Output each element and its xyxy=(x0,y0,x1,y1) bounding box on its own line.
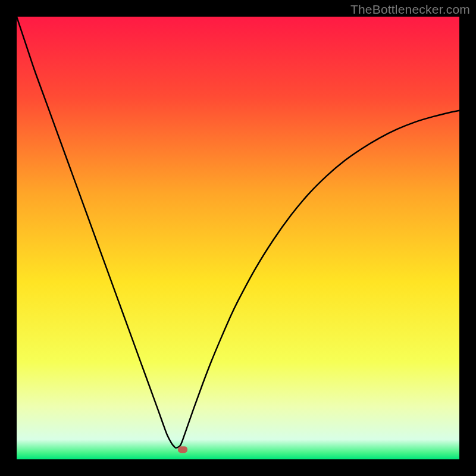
chart-svg xyxy=(17,17,459,459)
chart-frame: TheBottlenecker.com xyxy=(0,0,476,476)
watermark-text: TheBottlenecker.com xyxy=(350,2,470,17)
plot-area xyxy=(17,17,459,459)
vertex-marker xyxy=(178,446,187,453)
gradient-background xyxy=(17,17,459,459)
